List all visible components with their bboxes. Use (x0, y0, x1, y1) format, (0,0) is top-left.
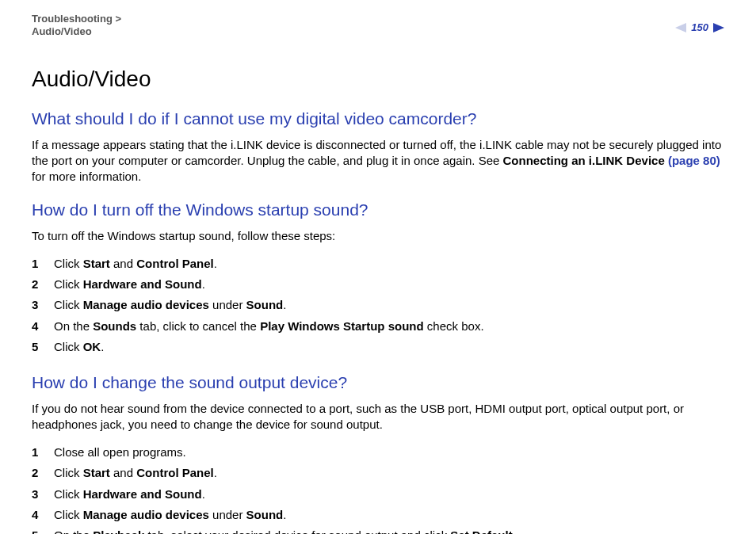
svg-marker-1 (713, 23, 724, 32)
paragraph: If you do not hear sound from the device… (32, 401, 724, 433)
list-item: On the Playback tab, select your desired… (32, 525, 724, 534)
breadcrumb: Troubleshooting > Audio/Video (32, 13, 121, 39)
list-item: Click Hardware and Sound. (32, 274, 724, 295)
document-page: Troubleshooting > Audio/Video 150 Audio/… (0, 0, 756, 534)
step-list: Click Start and Control Panel. Click Har… (32, 254, 724, 357)
list-item: Close all open programs. (32, 442, 724, 463)
section-heading: How do I change the sound output device? (32, 372, 724, 394)
list-item: Click Hardware and Sound. (32, 484, 724, 505)
list-item: Click Start and Control Panel. (32, 254, 724, 274)
page-number: 150 (691, 21, 708, 35)
text-bold: Connecting an i.LINK Device (503, 154, 668, 167)
list-item: Click Manage audio devices under Sound. (32, 505, 724, 525)
list-item: On the Sounds tab, click to cancel the P… (32, 316, 724, 337)
list-item: Click OK. (32, 337, 724, 357)
page-header: Troubleshooting > Audio/Video 150 (32, 13, 724, 39)
list-item: Click Start and Control Panel. (32, 463, 724, 483)
section-heading: What should I do if I cannot use my digi… (32, 108, 724, 130)
page-title: Audio/Video (32, 64, 724, 94)
text: for more information. (32, 170, 141, 183)
page-navigation: 150 (675, 21, 724, 35)
page-reference-link[interactable]: (page 80) (668, 154, 720, 167)
paragraph: To turn off the Windows startup sound, f… (32, 228, 724, 244)
step-list: Close all open programs. Click Start and… (32, 442, 724, 534)
breadcrumb-line-2: Audio/Video (32, 25, 92, 37)
breadcrumb-line-1: Troubleshooting > (32, 13, 121, 25)
next-page-icon[interactable] (713, 23, 724, 32)
section-heading: How do I turn off the Windows startup so… (32, 199, 724, 221)
prev-page-icon[interactable] (675, 23, 686, 32)
paragraph: If a message appears stating that the i.… (32, 137, 724, 185)
svg-marker-0 (675, 23, 686, 32)
list-item: Click Manage audio devices under Sound. (32, 295, 724, 315)
